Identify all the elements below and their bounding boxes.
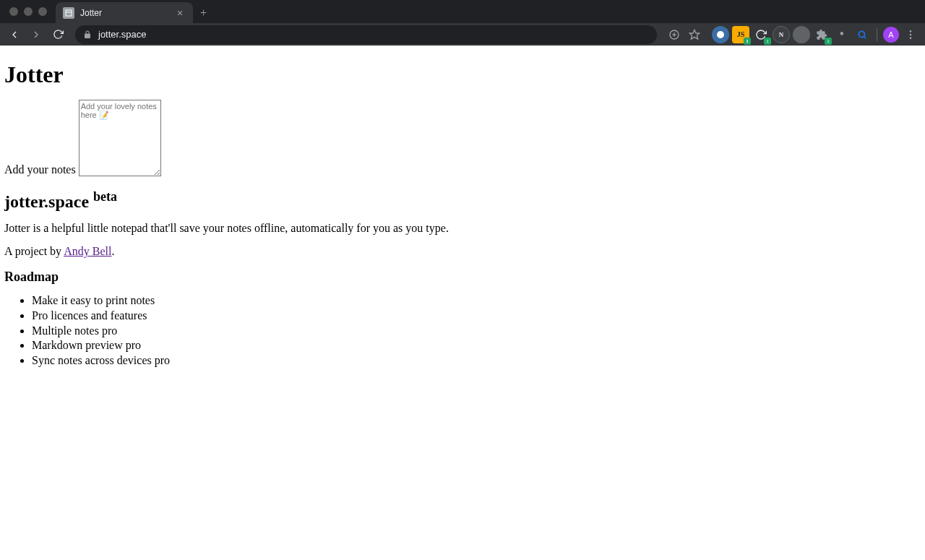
close-window-icon[interactable] xyxy=(9,7,18,16)
avatar-initial: A xyxy=(888,30,893,39)
extension-icon-3[interactable]: 1 xyxy=(752,26,770,43)
page-content: Jotter Add your notes jotter.space beta … xyxy=(0,46,925,373)
site-title-text: jotter.space xyxy=(4,192,93,211)
notes-label: Add your notes xyxy=(4,163,76,176)
svg-point-10 xyxy=(910,33,912,35)
svg-point-7 xyxy=(859,31,864,37)
beta-badge: beta xyxy=(93,189,117,204)
extension-icon-4[interactable]: N xyxy=(773,26,790,43)
svg-point-9 xyxy=(910,30,912,33)
browser-menu-button[interactable] xyxy=(902,26,919,43)
notes-row: Add your notes xyxy=(4,100,921,176)
tab-bar: Jotter × + xyxy=(0,0,925,23)
extensions-area: JS1 1 N 1 • A xyxy=(712,26,919,43)
extension-icon-6[interactable]: 1 xyxy=(813,26,830,43)
byline: A project by Andy Bell. xyxy=(4,245,921,258)
forward-button[interactable] xyxy=(27,26,45,43)
toolbar-divider xyxy=(877,28,877,41)
tab-favicon-icon xyxy=(63,7,74,19)
extension-badge: 1 xyxy=(825,38,832,45)
list-item: Multiple notes pro xyxy=(32,324,921,339)
list-item: Sync notes across devices pro xyxy=(32,353,921,369)
back-button[interactable] xyxy=(6,26,23,43)
svg-rect-0 xyxy=(66,10,72,16)
svg-marker-5 xyxy=(689,30,699,39)
tab-title: Jotter xyxy=(80,8,168,18)
extension-icon-8[interactable] xyxy=(853,26,871,43)
author-link[interactable]: Andy Bell xyxy=(64,245,111,257)
extension-badge: 1 xyxy=(764,38,771,45)
extension-icon-1[interactable] xyxy=(712,26,729,43)
svg-point-11 xyxy=(910,37,912,39)
roadmap-heading: Roadmap xyxy=(4,270,921,285)
extension-icon-2[interactable]: JS1 xyxy=(732,26,749,43)
new-tab-button[interactable]: + xyxy=(200,7,207,20)
list-item: Pro licences and features xyxy=(32,309,921,324)
bookmark-icon[interactable] xyxy=(686,26,703,43)
browser-tab[interactable]: Jotter × xyxy=(56,2,193,24)
list-item: Make it easy to print notes xyxy=(32,293,921,309)
minimize-window-icon[interactable] xyxy=(24,7,33,16)
tab-close-icon[interactable]: × xyxy=(174,7,186,19)
maximize-window-icon[interactable] xyxy=(38,7,47,16)
browser-chrome: Jotter × + jotter.space xyxy=(0,0,925,46)
svg-point-6 xyxy=(717,31,724,38)
extension-icon-5[interactable] xyxy=(793,26,810,43)
install-app-icon[interactable] xyxy=(666,26,683,43)
list-item: Markdown preview pro xyxy=(32,338,921,353)
site-description: Jotter is a helpful little notepad that'… xyxy=(4,222,921,235)
page-title: Jotter xyxy=(4,61,921,88)
address-bar[interactable]: jotter.space xyxy=(75,25,657,44)
byline-suffix: . xyxy=(111,245,114,257)
extension-icon-7[interactable]: • xyxy=(833,26,851,43)
url-text: jotter.space xyxy=(98,29,650,40)
browser-toolbar: jotter.space JS1 1 N 1 • xyxy=(0,23,925,46)
url-action-icons xyxy=(666,26,703,43)
byline-prefix: A project by xyxy=(4,245,64,257)
profile-avatar[interactable]: A xyxy=(883,27,899,43)
svg-line-8 xyxy=(864,36,866,38)
lock-icon xyxy=(82,30,92,40)
reload-button[interactable] xyxy=(49,26,66,43)
site-title: jotter.space beta xyxy=(4,189,921,212)
notes-textarea[interactable] xyxy=(79,100,161,176)
extension-badge: 1 xyxy=(744,38,751,45)
window-controls xyxy=(9,7,47,16)
roadmap-list: Make it easy to print notes Pro licences… xyxy=(32,293,921,369)
